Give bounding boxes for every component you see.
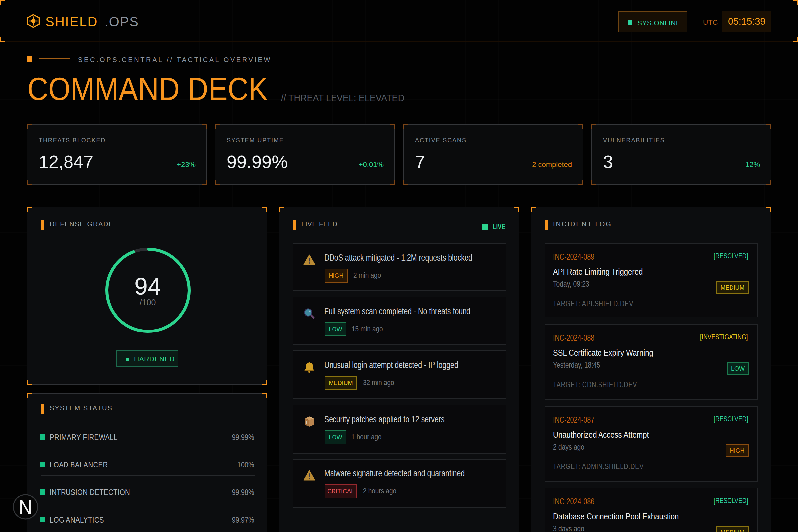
svg-text:N: N <box>19 496 32 518</box>
